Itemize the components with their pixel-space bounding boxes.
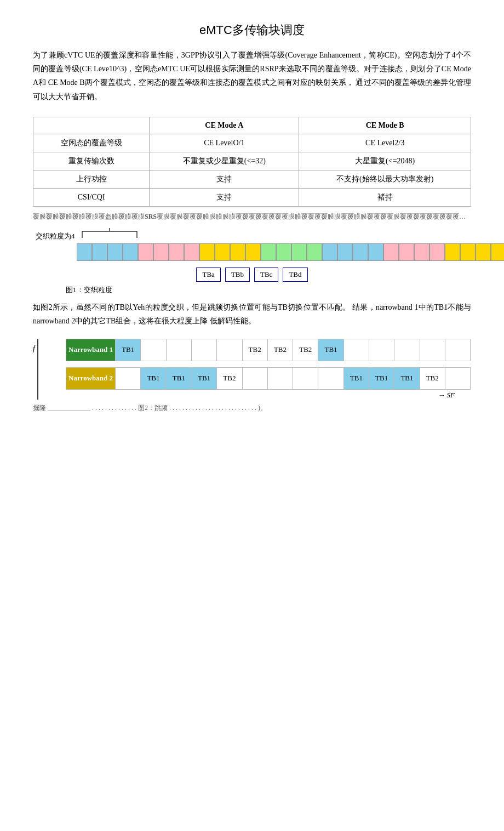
fig2-caption: 图2：跳频 (138, 404, 168, 412)
ce-table: CE Mode A CE Mode B 空闲态的覆盖等级CE LevelO/1C… (33, 117, 471, 207)
nb1-cell-4 (217, 339, 242, 361)
table-cell-3-1: 支持 (150, 188, 299, 206)
nb2-cell-4: TB2 (217, 367, 242, 389)
grid-cell-14 (291, 243, 307, 261)
grid-cell-4 (138, 243, 153, 261)
nb2-cell-12: TB2 (420, 367, 445, 389)
grid-cell-22 (414, 243, 429, 261)
nb2-cell-8 (318, 367, 343, 389)
grid-cell-15 (307, 243, 322, 261)
intro-paragraph: 为了兼顾cVTC UE的覆盖深度和容量性能，3GPP协议引入了覆盖增强等级(Co… (33, 48, 471, 104)
nb1-cell-9 (343, 339, 369, 361)
table-cell-0-1: CE LevelO/1 (150, 134, 299, 152)
nb1-cell-8: TB1 (318, 339, 343, 361)
nb2-cell-1: TB1 (141, 367, 166, 389)
sf-axis-label: → SF (438, 391, 455, 400)
nb1-cell-6: TB2 (267, 339, 293, 361)
f-axis-arrow (37, 339, 38, 400)
bottom-dots: _____________ . . . . . . . . . . . . . … (48, 404, 138, 412)
grid-cell-26 (476, 243, 491, 261)
nb1-cell-1 (141, 339, 166, 361)
bottom-dots2: . . . . . . . . . . . . . . . . . . . . … (169, 404, 258, 412)
interleave-label: 交织粒度为4 (36, 231, 75, 241)
bottom-caption: 掘隆 _____________ . . . . . . . . . . . .… (33, 403, 471, 413)
table-cell-2-2: 不支持(始终以最大功率发射) (299, 170, 471, 188)
nb2-cell-6 (267, 367, 293, 389)
spacer-row-1 (66, 361, 471, 367)
table-cell-3-0: CSI/CQI (33, 188, 150, 206)
grid-cell-20 (383, 243, 399, 261)
nb1-cell-5: TB2 (242, 339, 267, 361)
grid-cell-17 (337, 243, 353, 261)
table-cell-1-1: 不重复或少星重复(<=32) (150, 152, 299, 170)
nb1-cell-10 (369, 339, 394, 361)
table-row: 空闲态的覆盖等级CE LevelO/1CE Level2/3 (33, 134, 471, 152)
interleave-section: 交织粒度为4 (33, 227, 471, 261)
nb2-cell-7 (293, 367, 318, 389)
grid-cell-13 (276, 243, 291, 261)
table-cell-1-2: 大星重复(<=2048) (299, 152, 471, 170)
table-cell-2-0: 上行功控 (33, 170, 150, 188)
nb2-cell-10: TB1 (369, 367, 394, 389)
nb1-label: Narrowband 1 (66, 339, 116, 361)
tb-labels-row: TBa TBb TBc TBd (33, 267, 471, 282)
table-cell-3-2: 褚持 (299, 188, 471, 206)
freq-diagram: f Narrowband 1TB1TB2TB2TB2TB1Narrowband … (33, 339, 471, 400)
grid-cell-12 (261, 243, 276, 261)
nb2-cell-13 (445, 367, 470, 389)
grid-cell-1 (92, 243, 107, 261)
table-row: CSI/CQI支持褚持 (33, 188, 471, 206)
table-row: 重复传输次数不重复或少星重复(<=32)大星重复(<=2048) (33, 152, 471, 170)
grid-cell-2 (107, 243, 123, 261)
f-axis-label: f (33, 344, 35, 353)
grid-cell-9 (215, 243, 230, 261)
table-row: 上行功控支持不支持(始终以最大功率发射) (33, 170, 471, 188)
grid-cell-24 (445, 243, 460, 261)
brace-svg (77, 227, 142, 242)
grid-cell-23 (429, 243, 445, 261)
tb-label-tbd: TBd (283, 267, 307, 282)
table-cell-1-0: 重复传输次数 (33, 152, 150, 170)
grid-cell-7 (184, 243, 199, 261)
table-cell-2-1: 支持 (150, 170, 299, 188)
overlay-text: 覆膜覆膜覆膜覆膜覆膜覆盔膜覆膜覆膜SRS覆膜覆膜覆覆覆膜膜膜膜膜覆覆覆覆覆覆覆覆… (33, 212, 471, 221)
nb1-cell-2 (166, 339, 191, 361)
nb2-row: Narrowband 2TB1TB1TB1TB2TB1TB1TB1TB2 (66, 367, 471, 389)
table-cell-0-2: CE Level2/3 (299, 134, 471, 152)
grid-cell-6 (169, 243, 184, 261)
page-title: eMTC多传输块调度 (33, 22, 471, 38)
nb1-row: Narrowband 1TB1TB2TB2TB2TB1 (66, 339, 471, 361)
grid-cell-25 (460, 243, 476, 261)
nb2-cell-5 (242, 367, 267, 389)
desc2-paragraph: 如图2所示，虽然不同的TB以Yeh的粒度交织，但是跳频切换位置可能与TB切换位置… (33, 300, 471, 328)
nb1-cell-13 (445, 339, 470, 361)
grid-cell-21 (399, 243, 414, 261)
nb1-cell-0: TB1 (116, 339, 141, 361)
grid-cell-19 (368, 243, 383, 261)
fig1-caption: 图1：交织粒度 (66, 285, 471, 295)
grid-cell-18 (353, 243, 368, 261)
nb1-cell-12 (420, 339, 445, 361)
table-cell-0-0: 空闲态的覆盖等级 (33, 134, 150, 152)
grid-cell-8 (199, 243, 215, 261)
nb2-cell-3: TB1 (191, 367, 216, 389)
col-header-empty (33, 117, 150, 134)
grid-cell-10 (230, 243, 245, 261)
col-header-mode-b: CE Mode B (299, 117, 471, 134)
grid-cell-0 (77, 243, 92, 261)
nb2-cell-2: TB1 (166, 367, 191, 389)
grid-cell-5 (153, 243, 169, 261)
nb2-cell-11: TB1 (394, 367, 420, 389)
grid-cell-11 (245, 243, 261, 261)
col-header-mode-a: CE Mode A (150, 117, 299, 134)
nb1-cell-7: TB2 (293, 339, 318, 361)
tb-label-tbb: TBb (225, 267, 250, 282)
nb1-cell-3 (191, 339, 216, 361)
tb-label-tba: TBa (196, 267, 220, 282)
nb2-label: Narrowband 2 (66, 367, 116, 389)
freq-table: Narrowband 1TB1TB2TB2TB2TB1Narrowband 2T… (66, 339, 471, 390)
grid-cell-16 (322, 243, 337, 261)
nb1-cell-11 (394, 339, 420, 361)
grid-cell-27 (491, 243, 504, 261)
bottom-text-left: 掘隆 (33, 404, 46, 412)
